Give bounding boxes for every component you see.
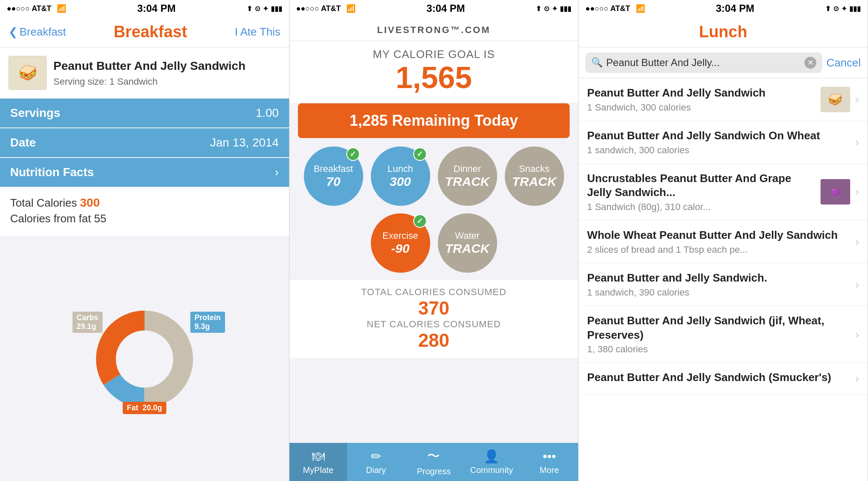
chevron-icon-5: › — [855, 278, 859, 291]
circle-value-lunch: 300 — [389, 174, 411, 189]
result-sub-3: 1 Sandwich (80g), 310 calor... — [587, 202, 815, 213]
servings-value: 1.00 — [256, 106, 279, 120]
meal-circle-dinner[interactable]: Dinner TRACK — [438, 147, 497, 206]
meal-circle-breakfast[interactable]: ✓ Breakfast 70 — [304, 147, 363, 206]
result-name-7: Peanut Butter And Jelly Sandwich (Smucke… — [587, 370, 850, 385]
community-icon: 👤 — [484, 449, 499, 464]
tab-progress[interactable]: 〜 Progress — [405, 443, 462, 481]
result-item-3[interactable]: Uncrustables Peanut Butter And Grape Jel… — [579, 164, 868, 221]
search-clear-button[interactable]: ✕ — [804, 57, 816, 69]
chevron-left-icon: ❮ — [8, 25, 18, 39]
result-text-3: Uncrustables Peanut Butter And Grape Jel… — [587, 171, 815, 213]
fat-label: Fat 20.0g — [122, 402, 166, 414]
result-item-1[interactable]: Peanut Butter And Jelly Sandwich 1 Sandw… — [579, 78, 868, 121]
circle-label-snacks: Snacks — [519, 163, 549, 174]
right-status-1: ⬆ ⊙ ✦ ▮▮▮ — [247, 5, 282, 13]
result-item-6[interactable]: Peanut Butter And Jelly Sandwich (jif, W… — [579, 306, 868, 363]
time-1: 3:04 PM — [137, 3, 176, 14]
page-title-1: Breakfast — [114, 23, 187, 41]
chevron-icon-4: › — [855, 235, 859, 249]
result-image-1: 🥪 — [821, 87, 850, 112]
right-status-3: ⬆ ⊙ ✦ ▮▮▮ — [825, 5, 861, 13]
back-label[interactable]: Breakfast — [19, 25, 66, 39]
tab-more-label: More — [540, 465, 559, 475]
chevron-icon-7: › — [855, 372, 859, 385]
date-row[interactable]: Date Jan 13, 2014 — [0, 128, 289, 157]
result-sub-6: 1, 380 calories — [587, 344, 850, 355]
chart-area: Carbs 29.1g Protein 9.3g Fat 20.0g — [0, 237, 289, 481]
bluetooth-icon-1: ✦ — [263, 5, 268, 13]
calories-from-fat-label: Calories from fat — [10, 212, 91, 225]
result-item-2[interactable]: Peanut Butter And Jelly Sandwich On Whea… — [579, 121, 868, 164]
result-item-4[interactable]: Whole Wheat Peanut Butter And Jelly Sand… — [579, 221, 868, 263]
result-image-3: 🟣 — [821, 179, 850, 205]
result-name-5: Peanut Butter and Jelly Sandwich. — [587, 271, 850, 285]
servings-row[interactable]: Servings 1.00 — [0, 99, 289, 127]
cancel-button[interactable]: Cancel — [826, 56, 861, 69]
progress-icon: 〜 — [427, 448, 440, 465]
search-results-list: Peanut Butter And Jelly Sandwich 1 Sandw… — [579, 78, 868, 481]
tab-myplate[interactable]: 🍽 MyPlate — [289, 443, 347, 481]
diary-icon: ✏ — [371, 449, 381, 464]
panel-search: ●●○○○ AT&T 📶 3:04 PM ⬆ ⊙ ✦ ▮▮▮ Lunch 🔍 ✕… — [579, 0, 868, 481]
tab-progress-label: Progress — [417, 467, 451, 476]
meal-circle-snacks[interactable]: Snacks TRACK — [505, 147, 564, 206]
location-icon-2: ⬆ — [536, 5, 541, 13]
carrier-wifi-3: ●●○○○ AT&T 📶 — [585, 4, 645, 13]
panel-food-detail: ●●○○○ AT&T 📶 3:04 PM ⬆ ⊙ ✦ ▮▮▮ ❮ Breakfa… — [0, 0, 289, 481]
tab-diary-label: Diary — [366, 465, 386, 475]
result-name-6: Peanut Butter And Jelly Sandwich (jif, W… — [587, 314, 850, 343]
total-calories-value: 300 — [80, 196, 100, 209]
search-input[interactable] — [606, 57, 801, 69]
nutrition-facts-label: Nutrition Facts — [10, 166, 94, 179]
right-status-2: ⬆ ⊙ ✦ ▮▮▮ — [536, 5, 571, 13]
circle-label-breakfast: Breakfast — [314, 163, 353, 174]
tab-diary[interactable]: ✏ Diary — [347, 443, 405, 481]
battery-icon-3: ▮▮▮ — [849, 5, 861, 13]
tab-myplate-label: MyPlate — [303, 465, 334, 475]
nav-bar-1: ❮ Breakfast Breakfast I Ate This — [0, 17, 289, 47]
wifi-icon-2: 📶 — [346, 4, 356, 13]
carrier-3: ●●○○○ AT&T — [585, 4, 630, 13]
protein-label: Protein 9.3g — [190, 312, 225, 333]
circle-value-breakfast: 70 — [326, 174, 340, 189]
result-sub-4: 2 slices of bread and 1 Tbsp each pe... — [587, 244, 850, 255]
more-icon: ••• — [542, 449, 556, 464]
meal-circle-exercise[interactable]: ✓ Exercise -90 — [371, 213, 430, 273]
search-input-wrap: 🔍 ✕ — [585, 53, 822, 73]
calories-section: Total Calories 300 Calories from fat 55 — [0, 188, 289, 236]
nutrition-facts-row[interactable]: Nutrition Facts › — [0, 158, 289, 187]
meal-circle-water[interactable]: Water TRACK — [438, 213, 497, 273]
battery-icon-1: ▮▮▮ — [271, 5, 282, 13]
date-label: Date — [10, 136, 36, 149]
check-badge-breakfast: ✓ — [346, 147, 360, 161]
food-info: Peanut Butter And Jelly Sandwich Serving… — [53, 58, 281, 87]
goal-value: 1,565 — [289, 61, 579, 94]
wifi-icon-3: 📶 — [636, 4, 645, 13]
goal-section: MY CALORIE GOAL IS 1,565 — [289, 41, 579, 103]
tab-community[interactable]: 👤 Community — [463, 443, 520, 481]
back-button[interactable]: ❮ Breakfast — [8, 25, 66, 39]
search-bar: 🔍 ✕ Cancel — [579, 47, 868, 78]
bluetooth-icon-2: ✦ — [552, 5, 557, 13]
circle-value-snacks: TRACK — [512, 174, 556, 189]
chevron-icon-2: › — [855, 135, 859, 149]
circle-label-water: Water — [455, 230, 480, 241]
status-bar-2: ●●○○○ AT&T 📶 3:04 PM ⬆ ⊙ ✦ ▮▮▮ — [289, 0, 579, 17]
tab-more[interactable]: ••• More — [520, 443, 578, 481]
result-item-7[interactable]: Peanut Butter And Jelly Sandwich (Smucke… — [579, 363, 868, 395]
search-icon: 🔍 — [591, 57, 603, 68]
nav-bar-3: Lunch — [579, 17, 868, 47]
check-badge-exercise: ✓ — [413, 214, 427, 228]
result-text-4: Whole Wheat Peanut Butter And Jelly Sand… — [587, 228, 850, 255]
remaining-text: 1,285 Remaining Today — [350, 112, 518, 129]
meal-circles: ✓ Breakfast 70 ✓ Lunch 300 Dinner TRACK … — [289, 147, 579, 279]
ate-this-button[interactable]: I Ate This — [235, 25, 281, 39]
servings-label: Servings — [10, 106, 60, 120]
result-item-5[interactable]: Peanut Butter and Jelly Sandwich. 1 sand… — [579, 263, 868, 306]
meal-circle-lunch[interactable]: ✓ Lunch 300 — [371, 147, 430, 206]
brand-name: LIVESTRONG™.COM — [377, 25, 490, 35]
result-text-5: Peanut Butter and Jelly Sandwich. 1 sand… — [587, 271, 850, 298]
result-text-7: Peanut Butter And Jelly Sandwich (Smucke… — [587, 370, 850, 387]
chevron-icon-1: › — [855, 93, 859, 106]
